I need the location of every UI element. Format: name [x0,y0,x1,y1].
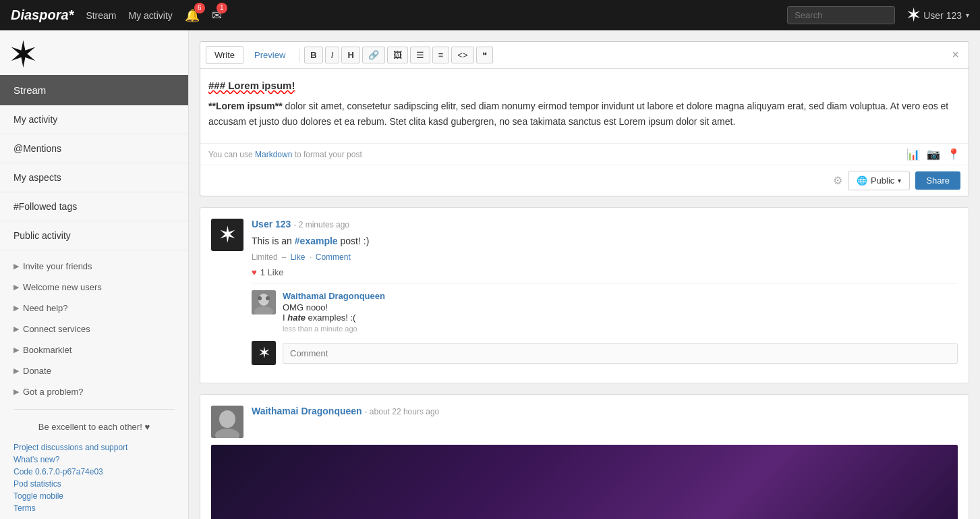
comment-input-avatar: ✶ [252,341,276,365]
sidebar-item-welcome-new-users[interactable]: ▶ Welcome new users [0,277,188,298]
share-button[interactable]: Share [915,171,960,190]
toolbar-code-button[interactable]: <> [451,47,473,63]
post-card-1: ✶ User 123 - 2 minutes ago This is an #e… [200,207,969,383]
footer-link-project-discussions[interactable]: Project discussions and support [13,443,175,452]
sidebar-item-got-problem[interactable]: ▶ Got a problem? [0,381,188,402]
comment-1-time: less than a minute ago [283,325,385,333]
composer-bold-text: **Lorem ipsum** [208,101,283,111]
sidebar-divider [13,409,175,410]
post-2-time: about 22 hours ago [370,407,439,416]
brand-logo[interactable]: Diaspora* [11,7,74,23]
post-2-separator: - [365,407,370,416]
messages-envelope[interactable]: ✉ 1 [212,8,222,23]
toolbar-separator [299,49,299,62]
composer-actions: ⚙ 🌐 Public ▾ Share [200,165,969,196]
post-2-meta: Waithamai Dragonqueen - about 22 hours a… [252,406,439,416]
public-caret-icon: ▾ [898,177,901,184]
toolbar-italic-button[interactable]: I [325,47,340,63]
composer-tab-preview[interactable]: Preview [246,46,294,64]
composer-body-text: **Lorem ipsum** dolor sit amet, consetet… [208,99,960,131]
user-caret-icon: ▾ [966,11,969,19]
post-2-author[interactable]: Waithamai Dragonqueen [252,406,362,416]
post-2-avatar-img [211,406,243,438]
main-content: Write Preview B I H 🔗 🖼 ☰ ≡ <> ❝ × ### L… [189,30,980,519]
sidebar-item-stream[interactable]: Stream [0,75,188,105]
comment-input[interactable] [283,343,958,364]
toolbar-heading-button[interactable]: H [341,47,359,63]
footer-link-toggle-mobile[interactable]: Toggle mobile [13,491,175,501]
post-1-author[interactable]: User 123 [252,219,291,229]
post-1-meta: User 123 - 2 minutes ago This is an #exa… [252,219,958,365]
sidebar-item-need-help[interactable]: ▶ Need help? [0,298,188,319]
toolbar-ul-button[interactable]: ☰ [410,47,430,63]
composer-bottom-icons: 📊 📷 📍 [906,148,960,161]
user-menu[interactable]: ✶ User 123 ▾ [907,7,969,24]
toolbar-bold-button[interactable]: B [304,47,322,63]
markdown-hint-text: You can use [208,150,253,159]
composer-tab-write[interactable]: Write [206,46,243,64]
arrow-right-icon: ▶ [13,325,19,333]
footer-link-pod-statistics[interactable]: Pod statistics [13,479,175,489]
markdown-link[interactable]: Markdown [255,150,292,159]
diaspora-star-icon: ✶ [907,7,919,24]
sidebar-item-invite-friends[interactable]: ▶ Invite your friends [0,256,188,277]
sidebar-item-connect-services[interactable]: ▶ Connect services [0,319,188,339]
comment-1-body: Waithamai Dragonqueen OMG nooo! I hate e… [283,290,385,333]
comment-input-row: ✶ [252,341,958,365]
sidebar-footer: Project discussions and support What's n… [0,437,188,518]
photo-icon[interactable]: 📷 [927,148,940,161]
arrow-right-icon: ▶ [13,283,19,292]
footer-link-terms[interactable]: Terms [13,503,175,513]
messages-badge: 1 [217,3,227,13]
notifications-bell[interactable]: 🔔 6 [185,8,200,23]
composer-heading-line: ### Lorem ipsum! [208,77,960,94]
location-icon[interactable]: 📍 [947,148,960,161]
post-composer: Write Preview B I H 🔗 🖼 ☰ ≡ <> ❝ × ### L… [200,41,969,196]
sidebar-item-donate[interactable]: ▶ Donate [0,360,188,381]
sidebar-item-mentions[interactable]: @Mentions [0,134,188,163]
nav-my-activity[interactable]: My activity [129,10,173,21]
nav-stream[interactable]: Stream [86,10,116,21]
toolbar-quote-button[interactable]: ❝ [476,47,493,63]
comment-1: Waithamai Dragonqueen OMG nooo! I hate e… [252,290,958,333]
toolbar-link-button[interactable]: 🔗 [362,47,385,63]
composer-body[interactable]: ### Lorem ipsum! **Lorem ipsum** dolor s… [200,69,969,143]
sidebar-secondary: ▶ Invite your friends ▶ Welcome new user… [0,256,188,402]
sidebar-item-my-aspects[interactable]: My aspects [0,163,188,192]
sidebar-item-followed-tags[interactable]: #Followed tags [0,192,188,221]
sidebar-item-public-activity[interactable]: Public activity [0,221,188,250]
composer-close-button[interactable]: × [948,47,963,63]
comment-1-text-line2: I hate examples! :( [283,312,385,323]
arrow-right-icon: ▶ [13,262,19,271]
post-1-separator: - [293,220,298,229]
public-label: Public [871,175,894,186]
sidebar-item-bookmarklet[interactable]: ▶ Bookmarklet [0,339,188,360]
post-1-comment-action[interactable]: Comment [316,252,351,262]
markdown-suffix-text: to format your post [295,150,362,159]
comment-1-author[interactable]: Waithamai Dragonqueen [283,291,385,301]
arrow-right-icon: ▶ [13,387,19,396]
post-1-likes: ♥ 1 Like [252,267,958,277]
post-2-image [211,445,958,519]
heart-icon[interactable]: ♥ [252,267,257,277]
post-1-body-tag[interactable]: #example [295,236,338,246]
arrow-right-icon: ▶ [13,346,19,354]
post-1-like-action[interactable]: Like [290,252,305,262]
toolbar-ol-button[interactable]: ≡ [432,47,450,63]
public-button[interactable]: 🌐 Public ▾ [848,171,910,190]
composer-gear-icon[interactable]: ⚙ [833,174,842,187]
comment-1-avatar [252,290,276,315]
footer-link-code[interactable]: Code 0.6.7.0-p67a74e03 [13,467,175,476]
post-2-header: Waithamai Dragonqueen - about 22 hours a… [211,406,958,438]
post-1-time: 2 minutes ago [299,220,349,229]
post-card-2: Waithamai Dragonqueen - about 22 hours a… [200,394,969,519]
poll-icon[interactable]: 📊 [906,148,920,161]
sidebar: ✶ Stream My activity @Mentions My aspect… [0,30,189,519]
search-input[interactable] [787,6,895,24]
sidebar-item-my-activity[interactable]: My activity [0,105,188,134]
footer-link-whats-new[interactable]: What's new? [13,455,175,464]
composer-toolbar: Write Preview B I H 🔗 🖼 ☰ ≡ <> ❝ × [200,42,969,69]
post-1-body-suffix: post! :) [338,236,370,246]
toolbar-image-button[interactable]: 🖼 [387,47,408,63]
post-1-avatar-star-icon: ✶ [220,225,235,246]
